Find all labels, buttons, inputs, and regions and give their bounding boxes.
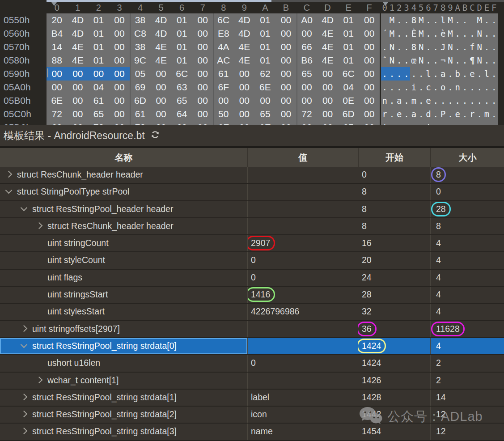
- hex-byte[interactable]: 00: [192, 40, 213, 54]
- ascii-char[interactable]: l: [440, 13, 447, 27]
- hex-byte[interactable]: 04: [338, 81, 359, 94]
- ascii-char[interactable]: M: [447, 27, 454, 40]
- ascii-char[interactable]: c: [425, 81, 432, 94]
- hex-byte[interactable]: 00: [109, 13, 130, 27]
- hex-byte[interactable]: 00: [234, 107, 255, 121]
- ascii-char[interactable]: .: [418, 121, 425, 125]
- ascii-char[interactable]: .: [403, 94, 410, 107]
- hex-byte[interactable]: 00: [192, 107, 213, 121]
- row-name-cell[interactable]: struct ResChunk_header header: [0, 167, 247, 183]
- table-row[interactable]: uint stylesStart4226796986324: [0, 304, 504, 321]
- ascii-char[interactable]: .: [461, 121, 468, 125]
- ascii-char[interactable]: .: [491, 27, 498, 40]
- hex-byte[interactable]: 4E: [68, 40, 89, 54]
- ascii-char[interactable]: .: [403, 67, 410, 81]
- ascii-char[interactable]: .: [388, 107, 395, 121]
- ascii-char[interactable]: .: [440, 94, 447, 107]
- ascii-char[interactable]: N: [418, 40, 425, 54]
- hex-byte[interactable]: 6E: [255, 81, 276, 94]
- ascii-char[interactable]: .: [432, 13, 439, 27]
- hex-byte[interactable]: 4E: [317, 40, 338, 54]
- hex-byte[interactable]: 65: [171, 94, 192, 107]
- ascii-char[interactable]: l: [483, 67, 490, 81]
- row-name-cell[interactable]: ushort u16len: [0, 355, 247, 371]
- hex-byte[interactable]: 00: [359, 40, 380, 54]
- hex-byte[interactable]: 00: [109, 27, 130, 40]
- ascii-char[interactable]: N: [476, 54, 483, 67]
- hex-byte[interactable]: 6D: [130, 94, 151, 107]
- ascii-char[interactable]: n: [381, 94, 388, 107]
- hex-byte[interactable]: 00: [234, 94, 255, 107]
- column-header-start[interactable]: 开始: [358, 148, 430, 167]
- ascii-char[interactable]: .: [447, 67, 454, 81]
- hex-byte[interactable]: 00: [151, 107, 172, 121]
- hex-byte[interactable]: 00: [109, 67, 130, 81]
- hex-byte[interactable]: 38: [130, 13, 151, 27]
- hex-byte[interactable]: 00: [317, 107, 338, 121]
- hex-byte[interactable]: 4D: [151, 27, 172, 40]
- ascii-char[interactable]: .: [403, 13, 410, 27]
- hex-byte[interactable]: 6F: [213, 81, 234, 94]
- hex-top-scrollbar-thumb[interactable]: [47, 0, 271, 2]
- hex-byte[interactable]: 01: [88, 40, 109, 54]
- hex-byte[interactable]: 69: [47, 121, 68, 125]
- hex-byte[interactable]: 00: [255, 94, 276, 107]
- ascii-char[interactable]: .: [447, 107, 454, 121]
- hex-byte[interactable]: 00: [296, 94, 318, 107]
- hex-byte[interactable]: 4D: [234, 27, 255, 40]
- hex-byte[interactable]: 01: [255, 13, 276, 27]
- ascii-char[interactable]: s: [410, 121, 417, 125]
- hex-byte[interactable]: 6E: [47, 94, 68, 107]
- row-name-cell[interactable]: uint stringCount: [0, 235, 247, 251]
- hex-byte[interactable]: 63: [171, 81, 192, 94]
- hex-byte[interactable]: 00: [192, 94, 213, 107]
- ascii-char[interactable]: .: [483, 81, 490, 94]
- hex-byte[interactable]: 00: [192, 81, 213, 94]
- hex-byte[interactable]: 05: [338, 121, 359, 125]
- ascii-char[interactable]: s: [396, 121, 403, 125]
- hex-byte[interactable]: 65: [255, 107, 276, 121]
- ascii-char[interactable]: M: [476, 13, 483, 27]
- hex-byte[interactable]: 01: [255, 54, 276, 67]
- ascii-char[interactable]: .: [461, 107, 468, 121]
- ascii-char[interactable]: .: [396, 40, 403, 54]
- row-name-cell[interactable]: struct ResStringPool_string strdata[2]: [0, 407, 247, 423]
- column-header-size[interactable]: 大小: [430, 148, 504, 167]
- hex-byte[interactable]: 00: [359, 67, 380, 81]
- ascii-char[interactable]: .: [483, 121, 490, 125]
- ascii-char[interactable]: M: [388, 27, 395, 40]
- chevron-right-icon[interactable]: [21, 394, 28, 401]
- ascii-char[interactable]: .: [396, 27, 403, 40]
- row-name-cell[interactable]: uint styleCount: [0, 252, 247, 268]
- ascii-char[interactable]: .: [432, 94, 439, 107]
- ascii-char[interactable]: .: [418, 81, 425, 94]
- hex-byte[interactable]: 00: [109, 107, 130, 121]
- row-name-cell[interactable]: uint flags: [0, 270, 247, 286]
- ascii-char[interactable]: 8: [410, 40, 417, 54]
- hex-byte[interactable]: C8: [130, 27, 151, 40]
- ascii-char[interactable]: .: [388, 67, 395, 81]
- ascii-char[interactable]: .: [403, 27, 410, 40]
- hex-byte[interactable]: 00: [88, 67, 109, 81]
- hex-byte[interactable]: 00: [68, 81, 89, 94]
- row-name-cell[interactable]: uint stylesStart: [0, 304, 247, 320]
- ascii-char[interactable]: .: [469, 121, 476, 125]
- ascii-char[interactable]: .: [476, 67, 483, 81]
- ascii-char[interactable]: .: [425, 54, 432, 67]
- hex-byte[interactable]: 00: [151, 94, 172, 107]
- hex-byte[interactable]: 00: [275, 121, 296, 125]
- ascii-char[interactable]: o: [440, 81, 447, 94]
- ascii-char[interactable]: .: [476, 94, 483, 107]
- table-row[interactable]: struct StringPoolType strPool80: [0, 184, 504, 201]
- ascii-char[interactable]: ˆ: [381, 54, 388, 67]
- chevron-down-icon[interactable]: [21, 204, 28, 211]
- ascii-char[interactable]: œ: [410, 54, 417, 67]
- ascii-char[interactable]: e: [425, 94, 432, 107]
- ascii-char[interactable]: f: [469, 40, 476, 54]
- hex-byte[interactable]: 65: [88, 107, 109, 121]
- ascii-char[interactable]: .: [483, 94, 490, 107]
- ascii-char[interactable]: N: [476, 27, 483, 40]
- hex-byte[interactable]: 4D: [68, 27, 89, 40]
- table-row[interactable]: ushort u16len014242: [0, 355, 504, 372]
- ascii-char[interactable]: N: [388, 54, 395, 67]
